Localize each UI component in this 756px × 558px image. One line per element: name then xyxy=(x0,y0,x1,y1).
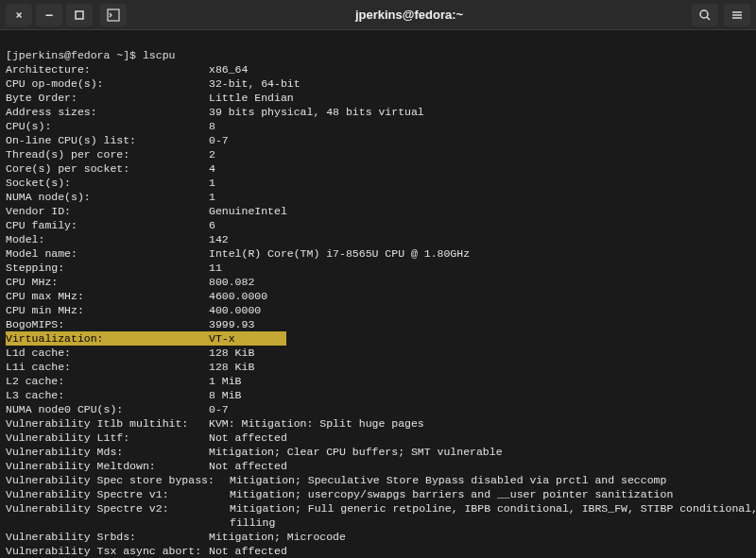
output-key: Byte Order: xyxy=(6,91,209,105)
output-row: Model name:Intel(R) Core(TM) i7-8565U CP… xyxy=(6,246,750,261)
output-value: Not affected xyxy=(209,545,287,557)
output-value: 800.082 xyxy=(209,276,254,288)
terminal-body[interactable]: [jperkins@fedora ~]$ lscpu Architecture:… xyxy=(0,30,756,558)
output-key: Socket(s): xyxy=(6,176,209,190)
output-key: Core(s) per socket: xyxy=(6,161,209,176)
output-key: Vulnerability Mds: xyxy=(6,445,209,459)
output-value: 8 MiB xyxy=(209,389,242,401)
output-key: CPU(s): xyxy=(6,119,209,133)
output-value: 1 MiB xyxy=(209,375,242,387)
output-row: Thread(s) per core:2 xyxy=(6,147,750,161)
output-value: 4 xyxy=(209,162,215,175)
output-row: NUMA node(s):1 xyxy=(6,190,750,204)
output-key: Vulnerability Srbds: xyxy=(6,530,209,544)
output-value: 6 xyxy=(209,219,215,231)
output-row: Stepping:11 xyxy=(6,261,750,275)
output-value: Intel(R) Core(TM) i7-8565U CPU @ 1.80GHz xyxy=(209,247,470,260)
output-value: Mitigation; Microcode xyxy=(209,531,346,543)
output-row: Vulnerability Mds:Mitigation; Clear CPU … xyxy=(6,445,750,459)
svg-point-2 xyxy=(700,10,708,18)
output-row: CPU(s):8 xyxy=(6,119,750,133)
output-value: filling xyxy=(230,516,275,529)
output-row: Vulnerability Meltdown:Not affected xyxy=(6,459,750,473)
output-value: 1 xyxy=(209,177,215,189)
output-key: Vulnerability L1tf: xyxy=(6,431,209,445)
output-row: Model:142 xyxy=(6,232,750,246)
highlighted-row: Virtualization:VT-x xyxy=(6,331,286,346)
output-row: Vulnerability Srbds:Mitigation; Microcod… xyxy=(6,530,750,544)
output-value: 1 xyxy=(209,191,215,203)
terminal-icon xyxy=(107,8,120,22)
output-row: Vulnerability Spec store bypass:Mitigati… xyxy=(6,473,750,487)
output-value: 3999.93 xyxy=(209,318,254,330)
output-value: 400.0000 xyxy=(209,304,261,316)
prompt-line: [jperkins@fedora ~]$ lscpu xyxy=(6,49,175,61)
output-key: BogoMIPS: xyxy=(6,317,209,331)
window-title: jperkins@fedora:~ xyxy=(127,8,692,22)
output-key: CPU max MHz: xyxy=(6,289,209,303)
output-key: CPU MHz: xyxy=(6,275,209,289)
minimize-button[interactable]: – xyxy=(36,4,62,26)
output-key: Virtualization: xyxy=(6,331,209,346)
output-value: x86_64 xyxy=(209,63,248,76)
new-tab-button[interactable] xyxy=(100,4,127,26)
output-row: Address sizes:39 bits physical, 48 bits … xyxy=(6,105,750,119)
output-row: CPU min MHz:400.0000 xyxy=(6,303,750,317)
output-key: On-line CPU(s) list: xyxy=(6,133,209,147)
output-key: Vendor ID: xyxy=(6,204,209,218)
output-value: 128 KiB xyxy=(209,347,254,359)
output-value: 128 KiB xyxy=(209,361,254,373)
right-controls xyxy=(692,4,750,26)
output-key: Vulnerability Spectre v2: xyxy=(6,501,230,516)
output-key: Vulnerability Meltdown: xyxy=(6,459,209,473)
output-row: Vulnerability Itlb multihit:KVM: Mitigat… xyxy=(6,416,750,431)
svg-line-3 xyxy=(707,17,710,20)
output-row: Vendor ID:GenuineIntel xyxy=(6,204,750,218)
output-key: Architecture: xyxy=(6,62,209,76)
output-value: 11 xyxy=(209,262,222,274)
search-button[interactable] xyxy=(692,4,718,26)
output-key: L1d cache: xyxy=(6,346,209,360)
output-row: L2 cache:1 MiB xyxy=(6,374,750,388)
output-row: Byte Order:Little Endian xyxy=(6,91,750,105)
output-row: filling xyxy=(6,516,750,530)
output-value: 4600.0000 xyxy=(209,290,267,302)
output-key: Address sizes: xyxy=(6,105,209,119)
menu-button[interactable] xyxy=(724,4,750,26)
output-value: GenuineIntel xyxy=(209,205,287,217)
output-row: Core(s) per socket:4 xyxy=(6,161,750,176)
output-row: CPU op-mode(s):32-bit, 64-bit xyxy=(6,76,750,91)
output-value: 8 xyxy=(209,120,215,132)
output-row: Socket(s):1 xyxy=(6,176,750,190)
hamburger-icon xyxy=(730,8,744,22)
output-value: 32-bit, 64-bit xyxy=(209,77,301,90)
output-row: CPU MHz:800.082 xyxy=(6,275,750,289)
output-key: L1i cache: xyxy=(6,360,209,374)
output-row: L3 cache:8 MiB xyxy=(6,388,750,402)
output-key: L2 cache: xyxy=(6,374,209,388)
output-row: Vulnerability L1tf:Not affected xyxy=(6,431,750,445)
output-row: Architecture:x86_64 xyxy=(6,62,750,76)
output-value: KVM: Mitigation: Split huge pages xyxy=(209,417,424,430)
maximize-button[interactable] xyxy=(66,4,93,26)
prompt: [jperkins@fedora ~]$ xyxy=(6,49,143,61)
output-key: Model: xyxy=(6,232,209,246)
output-key: NUMA node(s): xyxy=(6,190,209,204)
output-key: CPU op-mode(s): xyxy=(6,76,209,91)
maximize-icon xyxy=(75,10,84,20)
command-output: Architecture:x86_64CPU op-mode(s):32-bit… xyxy=(6,62,750,558)
titlebar: × – jperkins@fedora:~ xyxy=(0,0,756,30)
command: lscpu xyxy=(143,49,176,61)
output-row: Virtualization:VT-x xyxy=(6,331,750,346)
output-value: 142 xyxy=(209,233,229,245)
output-row: L1i cache:128 KiB xyxy=(6,360,750,374)
close-button[interactable]: × xyxy=(6,4,32,26)
output-key: NUMA node0 CPU(s): xyxy=(6,402,209,416)
output-value: Little Endian xyxy=(209,92,294,104)
output-value: Mitigation; Speculative Store Bypass dis… xyxy=(230,474,666,486)
output-value: VT-x xyxy=(209,332,235,345)
output-row: Vulnerability Spectre v1:Mitigation; use… xyxy=(6,487,750,501)
search-icon xyxy=(698,8,712,22)
output-row: CPU max MHz:4600.0000 xyxy=(6,289,750,303)
output-value: 39 bits physical, 48 bits virtual xyxy=(209,106,424,118)
